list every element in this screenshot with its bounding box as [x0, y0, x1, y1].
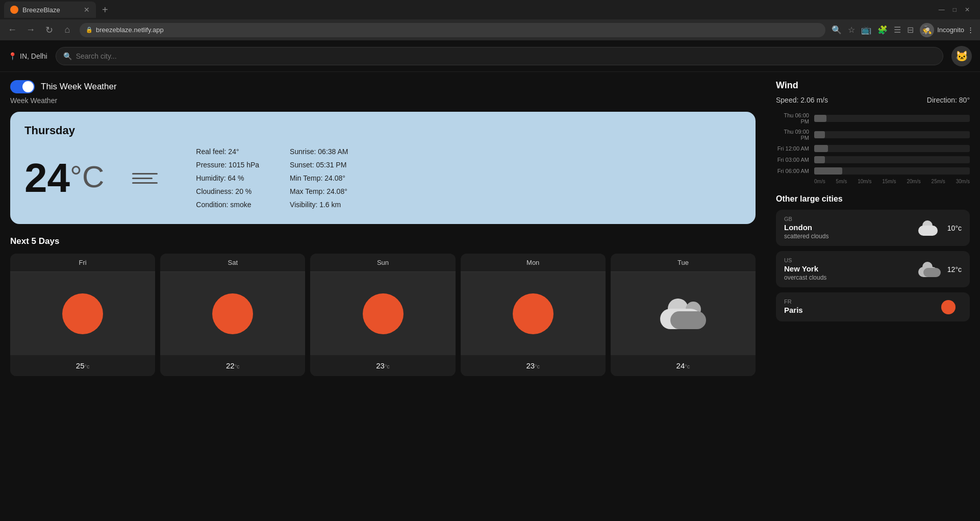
detail-col-left: Real feel: 24° Pressure: 1015 hPa Humidi…	[196, 147, 259, 209]
days-grid: Fri 25°c Sat 22°c Sun	[10, 254, 756, 376]
new-york-condition: overcast clouds	[784, 274, 826, 281]
window-minimize-button[interactable]: —	[939, 6, 945, 13]
app-container: 📍 IN, Delhi 🔍 🐱 This Week Weather Wee	[0, 41, 980, 521]
city-card-london[interactable]: GB London scattered clouds 10°c	[776, 210, 970, 246]
window-maximize-button[interactable]: □	[953, 6, 957, 13]
day-card-sat[interactable]: Sat 22°c	[160, 254, 305, 376]
day-sat-body	[160, 272, 305, 355]
mon-sun-icon	[513, 293, 554, 334]
sat-sun-icon	[212, 293, 253, 334]
day-tue-label: Tue	[611, 254, 756, 272]
visibility: Visibility: 1.6 km	[290, 201, 348, 209]
axis-30: 30m/s	[956, 179, 970, 184]
cloudiness: Cloudiness: 20 %	[196, 187, 259, 195]
next-days-title: Next 5 Days	[10, 236, 756, 246]
new-york-country: US	[784, 257, 826, 263]
day-sun-label: Sun	[310, 254, 455, 272]
day-tue-temp: 24°c	[611, 355, 756, 376]
app-header: 📍 IN, Delhi 🔍 🐱	[0, 41, 980, 72]
active-tab[interactable]: BreezeBlaze ✕	[4, 2, 96, 18]
search-icon[interactable]: 🔍	[832, 25, 842, 35]
min-temp: Min Temp: 24.08°	[290, 174, 348, 182]
back-button[interactable]: ←	[6, 24, 18, 35]
week-toggle-row: This Week Weather	[10, 80, 756, 93]
home-button[interactable]: ⌂	[61, 24, 73, 35]
sunset: Sunset: 05:31 PM	[290, 161, 348, 169]
city-card-paris[interactable]: FR Paris	[776, 292, 970, 321]
extensions-icon[interactable]: 🧩	[877, 25, 888, 35]
day-mon-label: Mon	[461, 254, 606, 272]
day-fri-label: Fri	[10, 254, 155, 272]
chrome-menu-button[interactable]: ⋮	[967, 26, 974, 34]
temperature-unit: °C	[70, 162, 104, 192]
wind-track-thu-9pm	[814, 131, 970, 138]
temperature-display: 24 °C	[24, 158, 104, 199]
wind-fill-fri-12am	[814, 145, 828, 152]
main-content: This Week Weather Week Weather Thursday …	[0, 72, 980, 521]
tab-groups-icon[interactable]: ⊟	[907, 25, 914, 35]
london-right: 10°c	[918, 220, 962, 236]
new-york-temp: 12°c	[947, 265, 962, 274]
day-mon-temp: 23°c	[461, 355, 606, 376]
cast-icon[interactable]: 📺	[861, 25, 871, 35]
new-york-info: US New York overcast clouds	[784, 257, 826, 281]
wind-bar-fri-6am: Fri 06:00 AM	[776, 167, 970, 175]
axis-20: 20m/s	[907, 179, 920, 184]
wind-track-fri-12am	[814, 145, 970, 152]
paris-country: FR	[784, 299, 803, 305]
day-fri-temp: 25°c	[10, 355, 155, 376]
window-close-button[interactable]: ✕	[965, 6, 970, 13]
day-tue-body	[611, 272, 756, 355]
weather-condition-icon-area	[124, 173, 165, 184]
tab-favicon-icon	[10, 6, 18, 14]
url-text: breezeblaze.netlify.app	[96, 26, 164, 34]
search-bar[interactable]: 🔍	[56, 47, 943, 65]
wind-fill-fri-3am	[814, 156, 825, 163]
new-tab-button[interactable]: +	[98, 2, 112, 18]
sun-sun-icon	[363, 293, 404, 334]
axis-25: 25m/s	[932, 179, 945, 184]
wind-track-fri-6am	[814, 167, 970, 175]
london-condition: scattered clouds	[784, 233, 828, 240]
real-feel: Real feel: 24°	[196, 147, 259, 156]
url-input[interactable]: 🔒 breezeblaze.netlify.app	[80, 23, 825, 37]
wind-label-fri-12am: Fri 12:00 AM	[776, 145, 809, 152]
day-card-sun[interactable]: Sun 23°c	[310, 254, 455, 376]
star-icon[interactable]: ☆	[848, 25, 855, 35]
wind-direction-label: Direction: 80°	[927, 96, 970, 104]
forward-button[interactable]: →	[24, 24, 37, 35]
wind-label-fri-6am: Fri 06:00 AM	[776, 168, 809, 174]
wind-bar-fri-3am: Fri 03:00 AM	[776, 156, 970, 163]
london-temp: 10°c	[947, 224, 962, 232]
tab-title: BreezeBlaze	[22, 6, 60, 14]
reload-button[interactable]: ↻	[43, 24, 55, 36]
wind-speed-row: Speed: 2.06 m/s Direction: 80°	[776, 96, 970, 104]
smoke-wind-icon	[132, 173, 158, 184]
axis-10: 10m/s	[858, 179, 871, 184]
wind-section-title: Wind	[776, 80, 970, 91]
day-card-tue[interactable]: Tue 24°c	[611, 254, 756, 376]
tab-close-button[interactable]: ✕	[84, 6, 90, 14]
wind-line-2	[132, 178, 153, 179]
browser-actions: 🔍 ☆ 📺 🧩 ☰ ⊟	[832, 25, 914, 35]
cities-title: Other large cities	[776, 194, 970, 204]
day-sun-body	[310, 272, 455, 355]
week-weather-toggle[interactable]	[10, 80, 35, 93]
day-card-fri[interactable]: Fri 25°c	[10, 254, 155, 376]
user-avatar[interactable]: 🐱	[951, 46, 972, 66]
day-card-mon[interactable]: Mon 23°c	[461, 254, 606, 376]
wind-label-thu-9pm: Thu 09:00 PM	[776, 129, 809, 141]
tue-cloud-icon	[660, 299, 706, 329]
axis-15: 15m/s	[882, 179, 896, 184]
tab-bar: BreezeBlaze ✕ + — □ ✕	[0, 0, 980, 19]
current-location: IN, Delhi	[20, 52, 47, 60]
city-search-input[interactable]	[76, 52, 936, 60]
axis-5: 5m/s	[836, 179, 847, 184]
paris-right	[941, 300, 962, 314]
menu-icon[interactable]: ☰	[894, 25, 901, 35]
city-card-new-york[interactable]: US New York overcast clouds 12°c	[776, 251, 970, 287]
avatar-icon: 🐱	[956, 50, 968, 62]
max-temp: Max Temp: 24.08°	[290, 187, 348, 195]
weather-card-body: 24 °C Real feel: 24° Pressure: 1	[24, 147, 741, 209]
wind-track-fri-3am	[814, 156, 970, 163]
